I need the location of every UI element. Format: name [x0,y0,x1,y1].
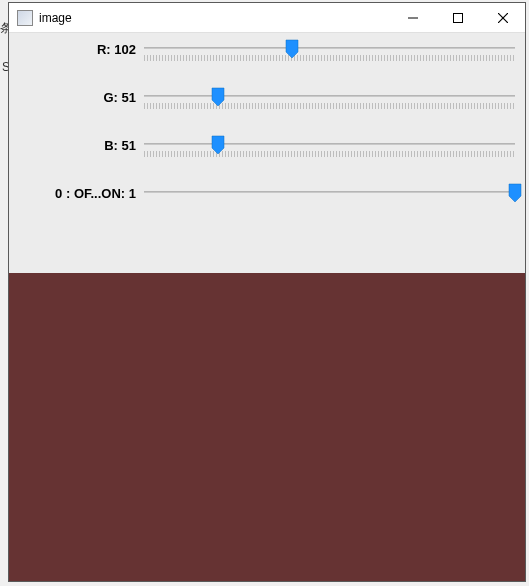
slider-ticks [144,199,515,205]
slider-track [144,143,515,145]
trackbar-panel: R: 102G: 51B: 510 : OF...ON: 1 [9,33,525,273]
titlebar[interactable]: image [9,3,525,33]
client-area: R: 102G: 51B: 510 : OF...ON: 1 [9,33,525,581]
slider-thumb[interactable] [211,135,225,155]
trackbar-label: G: 51 [19,89,144,105]
trackbar-slider[interactable] [144,89,515,119]
trackbar-slider[interactable] [144,185,515,215]
trackbar-row: B: 51 [19,137,515,171]
app-icon [17,10,33,26]
maximize-button[interactable] [435,3,480,32]
slider-ticks [144,55,515,61]
slider-ticks [144,151,515,157]
trackbar-row: G: 51 [19,89,515,123]
window-title: image [39,11,390,25]
minimize-button[interactable] [390,3,435,32]
slider-track [144,191,515,193]
slider-thumb[interactable] [211,87,225,107]
main-window: image R: 102G: 51B: 510 : OF...ON: 1 [8,2,526,582]
image-display [9,273,525,581]
close-button[interactable] [480,3,525,32]
trackbar-label: B: 51 [19,137,144,153]
trackbar-label: R: 102 [19,41,144,57]
slider-ticks [144,103,515,109]
slider-thumb[interactable] [285,39,299,59]
slider-track [144,95,515,97]
slider-thumb[interactable] [508,183,522,203]
trackbar-label: 0 : OF...ON: 1 [19,185,144,201]
svg-rect-1 [453,13,462,22]
trackbar-row: R: 102 [19,41,515,75]
trackbar-slider[interactable] [144,137,515,167]
trackbar-row: 0 : OF...ON: 1 [19,185,515,219]
trackbar-slider[interactable] [144,41,515,71]
slider-track [144,47,515,49]
titlebar-buttons [390,3,525,32]
